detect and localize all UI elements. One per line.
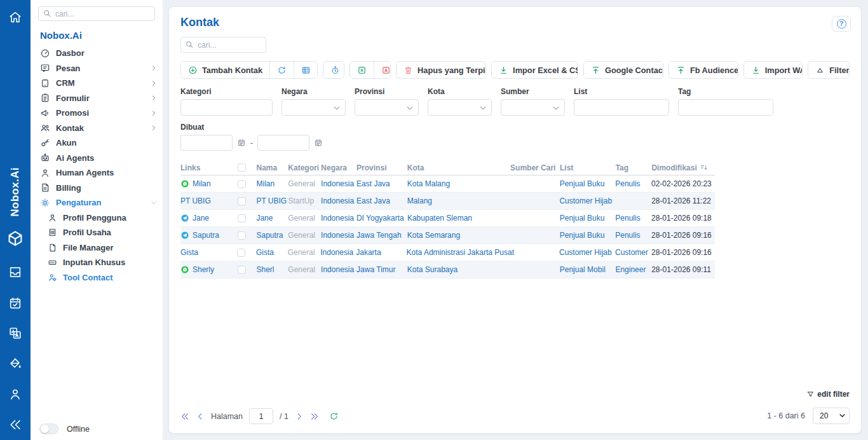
cell-kota[interactable]: Malang (407, 196, 510, 205)
help-button[interactable]: ? (832, 16, 851, 32)
sidebar-item-formulir[interactable]: Formulir (31, 91, 163, 106)
sidebar-item-promosi[interactable]: Promosi (31, 106, 163, 121)
cell-link[interactable]: Sherly (180, 265, 238, 274)
sidebar-item-dasbor[interactable]: Dasbor (31, 46, 163, 61)
cell-kota[interactable]: Kota Administrasi Jakarta Pusat (407, 248, 510, 257)
sidebar-search-input[interactable] (38, 6, 155, 21)
sidebar-item-pengaturan[interactable]: Pengaturan (31, 195, 163, 210)
history-button[interactable] (323, 62, 344, 78)
cell-negara[interactable]: Indonesia (321, 179, 356, 188)
table-view-button[interactable] (294, 62, 318, 78)
row-checkbox[interactable] (238, 180, 246, 188)
filter-kategori-input[interactable] (180, 99, 273, 116)
cell-kota[interactable]: Kabupaten Sleman (407, 214, 510, 223)
dibuat-from-input[interactable] (180, 135, 233, 151)
cell-nama[interactable]: Jane (256, 214, 288, 223)
cell-link[interactable]: Milan (180, 179, 238, 188)
cell-tag[interactable]: Penulis (615, 214, 651, 223)
sidebar-item-akun[interactable]: Akun (31, 135, 163, 151)
cell-nama[interactable]: Milan (256, 179, 288, 188)
filter-sumber-select[interactable] (501, 99, 565, 116)
translate-icon[interactable] (0, 326, 31, 340)
import-excel-csv-button[interactable]: Impor Excel & CSV (492, 62, 578, 78)
cell-provinsi[interactable]: East Java (356, 179, 407, 188)
tambah-kontak-button[interactable]: Tambah Kontak (181, 62, 269, 78)
refresh-button[interactable] (269, 62, 294, 78)
row-checkbox[interactable] (238, 231, 246, 240)
export-pdf-button[interactable] (374, 62, 391, 78)
sidebar-subitem-inputan-khusus[interactable]: Inputan Khusus (31, 255, 163, 270)
cell-list[interactable]: Customer Hijab (559, 248, 615, 257)
filter-list-input[interactable] (574, 99, 669, 116)
collapse-sidebar-icon[interactable] (0, 418, 31, 432)
calendar-check-icon[interactable] (0, 296, 31, 310)
sidebar-item-kontak[interactable]: Kontak (31, 121, 163, 136)
fb-audiences-button[interactable]: Fb Audiences (669, 62, 738, 78)
cell-nama[interactable]: PT UBIG (256, 196, 288, 205)
calendar-icon[interactable] (237, 138, 246, 148)
cell-negara[interactable]: Indonesia (321, 265, 356, 274)
select-all-checkbox[interactable] (238, 163, 246, 172)
cell-link[interactable]: PT UBIG (180, 196, 238, 205)
sidebar-subitem-file-manager[interactable]: File Manager (31, 240, 163, 256)
sidebar-item-human-agents[interactable]: Human Agents (31, 165, 163, 181)
filter-kota-select[interactable] (428, 99, 492, 116)
cell-list[interactable]: Penjual Buku (560, 179, 616, 188)
prev-page-icon[interactable] (196, 412, 205, 421)
table-row[interactable]: GistaGistaGeneralIndonesiaJakartaKota Ad… (180, 244, 715, 261)
cell-tag[interactable]: Penulis (615, 231, 651, 240)
inbox-icon[interactable] (0, 265, 31, 279)
export-excel-button[interactable] (350, 62, 374, 78)
page-number-input[interactable] (249, 408, 273, 424)
table-row[interactable]: SherlySherlGeneralIndonesiaJawa TimurKot… (180, 261, 715, 278)
edit-filter-button[interactable]: edit filter (806, 390, 850, 399)
google-contacts-button[interactable]: Google Contacts (584, 62, 663, 78)
sidebar-item-billing[interactable]: Billing (31, 181, 163, 196)
cell-negara[interactable]: Indonesia (320, 248, 356, 257)
reload-icon[interactable] (329, 411, 339, 421)
cell-provinsi[interactable]: Jawa Timur (356, 265, 407, 274)
cell-negara[interactable]: Indonesia (321, 214, 356, 223)
row-checkbox[interactable] (238, 266, 246, 274)
offline-toggle[interactable] (39, 423, 58, 434)
cell-provinsi[interactable]: Jakarta (356, 248, 406, 257)
last-page-icon[interactable] (310, 412, 319, 421)
cell-tag[interactable]: Customer (615, 248, 651, 257)
row-checkbox[interactable] (238, 197, 246, 205)
profile-icon[interactable] (0, 387, 31, 401)
cell-kota[interactable]: Kota Malang (407, 179, 510, 188)
sidebar-subitem-profil-pengguna[interactable]: Profil Pengguna (31, 210, 163, 226)
cell-kota[interactable]: Kota Surabaya (407, 265, 510, 274)
table-row[interactable]: PT UBIGPT UBIGStartUpIndonesiaEast JavaM… (180, 193, 715, 210)
table-row[interactable]: JaneJaneGeneralIndonesiaDI YogyakartaKab… (180, 210, 715, 227)
cell-tag[interactable]: Penulis (615, 179, 651, 188)
home-icon[interactable] (0, 10, 31, 24)
row-checkbox[interactable] (238, 214, 246, 223)
filter-button[interactable]: Filter (808, 62, 850, 78)
cell-provinsi[interactable]: Jawa Tengah (356, 231, 407, 240)
page-size-select[interactable]: 20 (813, 408, 850, 424)
cell-link[interactable]: Gista (180, 248, 237, 257)
cell-negara[interactable]: Indonesia (321, 196, 356, 205)
cell-nama[interactable]: Gista (256, 248, 288, 257)
delete-selected-button[interactable]: Hapus yang Terpilih (397, 62, 486, 78)
cell-list[interactable]: Customer Hijab (559, 196, 615, 205)
sidebar-subitem-profil-usaha[interactable]: Profil Usaha (31, 225, 163, 240)
filter-negara-select[interactable] (281, 99, 346, 116)
sidebar-item-crm[interactable]: CRM (31, 76, 163, 91)
next-page-icon[interactable] (295, 412, 304, 421)
first-page-icon[interactable] (180, 412, 189, 421)
cell-link[interactable]: Saputra (180, 231, 238, 240)
calendar-icon[interactable] (314, 138, 323, 148)
table-row[interactable]: SaputraSaputraGeneralIndonesiaJawa Tenga… (180, 227, 715, 244)
cell-kota[interactable]: Kota Semarang (407, 231, 510, 240)
cell-list[interactable]: Penjual Mobil (560, 265, 616, 274)
sidebar-item-pesan[interactable]: Pesan (31, 61, 163, 76)
cell-link[interactable]: Jane (180, 214, 238, 223)
cell-tag[interactable]: Engineer (615, 265, 651, 274)
cell-provinsi[interactable]: East Java (356, 196, 407, 205)
cell-list[interactable]: Penjual Buku (560, 231, 616, 240)
paint-bucket-icon[interactable] (0, 357, 31, 371)
sidebar-subitem-tool-contact[interactable]: Tool Contact (31, 270, 163, 285)
cell-list[interactable]: Penjual Buku (560, 214, 616, 223)
